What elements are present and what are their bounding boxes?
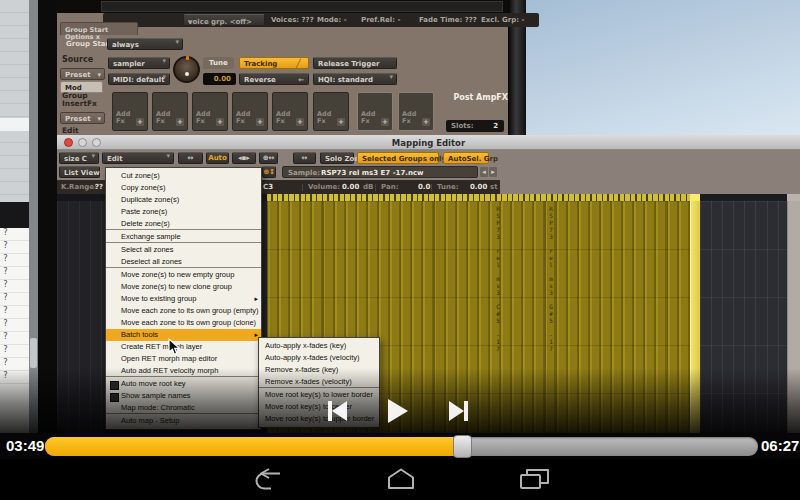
skip-next-button[interactable] xyxy=(449,401,468,421)
lock-zones-icon[interactable]: ↔ xyxy=(293,152,316,164)
seek-bar[interactable] xyxy=(45,437,758,456)
list-item[interactable]: ? xyxy=(0,319,29,332)
volume-label: Volume: xyxy=(302,184,340,191)
list-item[interactable]: ? xyxy=(0,254,29,267)
krange-value: ?? xyxy=(95,184,103,191)
key-ruler-zones[interactable] xyxy=(267,194,690,201)
fx-slot-8[interactable]: AddFx+ xyxy=(398,92,434,131)
add-fx-icon[interactable]: + xyxy=(381,118,389,126)
fx-slot-5[interactable]: AddFx+ xyxy=(272,92,308,131)
release-trigger-button[interactable]: Release Trigger xyxy=(313,57,397,69)
list-item[interactable]: ? xyxy=(0,293,29,306)
playback-bar: 03:49 06:27 xyxy=(0,433,800,459)
add-fx-icon[interactable]: + xyxy=(296,118,304,126)
insertfx-preset-button[interactable]: Preset ▾ xyxy=(60,112,105,124)
auto-scroll-icon[interactable]: ◂▪▸ xyxy=(232,152,256,164)
vertical-zoom-icon[interactable]: ⊕↕ xyxy=(262,166,276,178)
menu-item[interactable]: Move zone(s) to new empty group xyxy=(106,269,261,281)
hqi-dropdown[interactable]: HQI: standard ▾ xyxy=(313,73,397,85)
excl-grp-dropdown[interactable]: Excl. Grp: - xyxy=(481,17,524,24)
list-item[interactable]: ? xyxy=(0,345,29,358)
list-view-button[interactable]: List View xyxy=(59,166,100,178)
mode-dropdown[interactable]: Mode: - xyxy=(317,17,347,24)
background-scrollbar-thumb[interactable] xyxy=(30,338,37,368)
menu-item[interactable]: Exchange sample xyxy=(106,231,261,243)
key-ruler-empty-right[interactable] xyxy=(700,194,787,201)
fx-slot-7[interactable]: AddFx+ xyxy=(357,92,393,131)
menu-item[interactable]: Move each zone to its own group (empty) xyxy=(106,305,261,317)
add-fx-icon[interactable]: + xyxy=(176,118,184,126)
solo-zone-button[interactable]: Solo Zone xyxy=(320,152,354,164)
size-dropdown[interactable]: size C ▾ xyxy=(59,152,99,164)
fx-slot-4[interactable]: AddFx+ xyxy=(232,92,268,131)
voices-readout: Voices: ??? xyxy=(271,17,314,24)
submenu-item[interactable]: Auto-apply x-fades (key) xyxy=(259,340,379,352)
next-sample-icon[interactable]: ▸ xyxy=(489,167,497,177)
seek-bar-thumb[interactable] xyxy=(453,435,472,458)
menu-item[interactable]: Batch tools xyxy=(106,329,261,341)
back-button[interactable] xyxy=(250,468,284,495)
menu-item[interactable]: Move zone(s) to new clone group xyxy=(106,281,261,293)
left-arrow-icon: ← xyxy=(298,77,304,84)
engine-dropdown[interactable]: sampler ▾ xyxy=(108,57,170,69)
source-preset-button[interactable]: Preset ▾ xyxy=(60,68,105,80)
sample-name-field[interactable]: Sample: RSP73 rel ms3 E7 -17.ncw xyxy=(282,166,478,178)
zone-fit-icon[interactable]: ↔ xyxy=(178,152,203,164)
list-item[interactable]: ? xyxy=(0,241,29,254)
chevron-down-icon: ▾ xyxy=(188,19,261,26)
window-titlebar[interactable]: Mapping Editor xyxy=(57,135,800,150)
fx-slot-3[interactable]: AddFx+ xyxy=(192,92,228,131)
submenu-item[interactable]: Auto-apply x-fades (velocity) xyxy=(259,352,379,364)
zone-focus-icon[interactable]: ⊕↔ xyxy=(259,152,278,164)
auto-button[interactable]: Auto xyxy=(206,152,229,164)
pref-rel-dropdown[interactable]: Pref.Rel: - xyxy=(361,17,400,24)
chevron-down-icon: ▾ xyxy=(97,116,101,123)
skip-previous-button[interactable] xyxy=(328,401,347,421)
edit-menu-button[interactable]: Edit ▾ xyxy=(102,152,174,164)
current-time: 03:49 xyxy=(6,438,44,454)
fx-slot-6[interactable]: AddFx+ xyxy=(313,92,349,131)
prev-sample-icon[interactable]: ◂ xyxy=(480,167,488,177)
menu-item[interactable]: Deselect all zones xyxy=(106,256,261,268)
group-starts-dropdown[interactable]: always ▾ xyxy=(107,38,183,50)
list-item[interactable]: ? xyxy=(0,280,29,293)
add-fx-icon[interactable]: + xyxy=(422,118,430,126)
menu-item[interactable]: Select all zones xyxy=(106,244,261,256)
voice-group-dropdown[interactable]: voice grp. <off> ▾ xyxy=(183,14,265,26)
tracking-button[interactable]: Tracking ╱ xyxy=(239,57,309,69)
add-fx-icon[interactable]: + xyxy=(216,118,224,126)
list-item[interactable]: ? xyxy=(0,267,29,280)
menu-item[interactable]: Open RET morph map editor xyxy=(106,353,261,365)
recents-button[interactable] xyxy=(519,468,550,494)
list-item[interactable]: ? xyxy=(0,332,29,345)
selected-groups-only-button[interactable]: Selected Groups only xyxy=(357,152,439,164)
autosel-grp-button[interactable]: AutoSel. Grp xyxy=(443,152,489,164)
menu-item[interactable]: Create RET morph layer xyxy=(106,341,261,353)
list-item[interactable]: ? xyxy=(0,306,29,319)
menu-item[interactable]: Copy zone(s) xyxy=(106,182,261,194)
desktop-background xyxy=(508,0,800,135)
menu-item[interactable]: Cut zone(s) xyxy=(106,170,261,182)
reverse-button[interactable]: Reverse ← xyxy=(239,73,309,85)
menu-item[interactable]: Delete zone(s) xyxy=(106,218,261,230)
ruler-corner xyxy=(787,194,800,201)
tune-knob[interactable] xyxy=(173,56,200,83)
add-fx-icon[interactable]: + xyxy=(337,118,345,126)
play-button[interactable] xyxy=(388,399,408,423)
add-fx-icon[interactable]: + xyxy=(256,118,264,126)
menu-item[interactable]: Duplicate zone(s) xyxy=(106,194,261,206)
tune-value-field[interactable]: 0.00 xyxy=(203,73,236,85)
midi-dropdown[interactable]: MIDI: default ▾ xyxy=(108,73,170,85)
insertfx-edit-label: Edit xyxy=(62,127,79,135)
list-item[interactable]: ? xyxy=(0,228,29,241)
menu-item[interactable]: Move each zone to its own group (clone) xyxy=(106,317,261,329)
tab-group-start-options[interactable]: Group Start Options x xyxy=(60,22,138,35)
menu-item[interactable]: Paste zone(s) xyxy=(106,206,261,218)
fx-slot-1[interactable]: AddFx+ xyxy=(112,92,148,131)
add-fx-icon[interactable]: + xyxy=(136,118,144,126)
fx-slot-2[interactable]: AddFx+ xyxy=(152,92,188,131)
key-ruler-selected[interactable] xyxy=(690,194,700,201)
home-button[interactable] xyxy=(385,468,417,493)
menu-item[interactable]: Move to existing group xyxy=(106,293,261,305)
zone-sample-label: RSP73 rel ms3 C#5 -17 xyxy=(494,205,501,352)
